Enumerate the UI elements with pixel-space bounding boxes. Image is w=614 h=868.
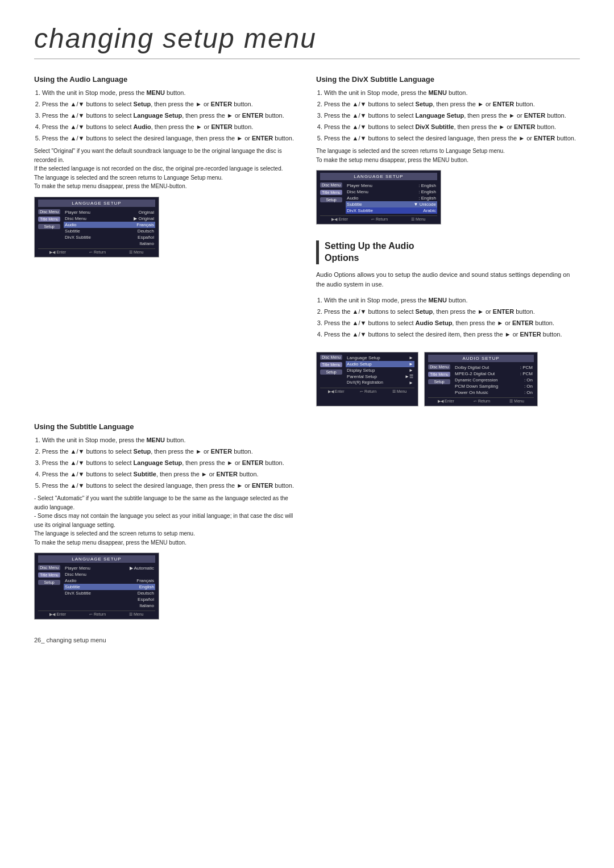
step-5: Press the ▲/▼ buttons to select the desi… <box>42 134 298 143</box>
ao-step-4: Press the ▲/▼ buttons to select the desi… <box>324 330 580 339</box>
right-col-placeholder <box>316 422 580 620</box>
audio-language-section: Using the Audio Language With the unit i… <box>34 75 298 406</box>
sub-step-3: Press the ▲/▼ buttons to select Language… <box>42 458 298 468</box>
subtitle-language-section: Using the Subtitle Language With the uni… <box>34 422 298 620</box>
subtitle-language-title: Using the Subtitle Language <box>34 422 298 431</box>
divx-subtitle-screen: LANGUAGE SETUP Disc Menu Title Menu Setu… <box>316 170 441 225</box>
subtitle-notes: - Select "Automatic" if you want the sub… <box>34 494 298 547</box>
sub-step-4: Press the ▲/▼ buttons to select Subtitle… <box>42 470 298 479</box>
divx-step-3: Press the ▲/▼ buttons to select Language… <box>324 111 580 121</box>
divx-step-4: Press the ▲/▼ buttons to select DivX Sub… <box>324 122 580 132</box>
page-footer: 26_ changing setup menu <box>34 637 580 643</box>
divx-step-5: Press the ▲/▼ buttons to select the desi… <box>324 134 580 143</box>
audio-language-title: Using the Audio Language <box>34 75 298 84</box>
audio-options-steps: With the unit in Stop mode, press the ME… <box>316 296 580 339</box>
divx-subtitle-title: Using the DivX Subtitle Language <box>316 75 580 84</box>
page-title: changing setup menu <box>34 23 580 59</box>
audio-language-notes: Select "Original" if you want the defaul… <box>34 147 298 191</box>
ao-step-1: With the unit in Stop mode, press the ME… <box>324 296 580 305</box>
divx-subtitle-steps: With the unit in Stop mode, press the ME… <box>316 88 580 143</box>
divx-step-1: With the unit in Stop mode, press the ME… <box>324 88 580 98</box>
audio-options-screen1: Disc Menu Title Menu Setup Language Setu… <box>316 352 418 406</box>
audio-options-title: Setting Up the AudioOptions <box>316 240 580 264</box>
step-1: With the unit in Stop mode, press the ME… <box>42 88 298 98</box>
subtitle-language-steps: With the unit in Stop mode, press the ME… <box>34 435 298 491</box>
audio-language-steps: With the unit in Stop mode, press the ME… <box>34 88 298 143</box>
ao-step-3: Press the ▲/▼ buttons to select Audio Se… <box>324 318 580 328</box>
audio-options-intro: Audio Options allows you to setup the au… <box>316 270 580 290</box>
sub-step-1: With the unit in Stop mode, press the ME… <box>42 435 298 445</box>
audio-options-screen2: AUDIO SETUP Disc Menu Title Menu Setup D… <box>424 352 538 406</box>
audio-language-screen: LANGUAGE SETUP Disc Menu Title Menu Setu… <box>34 197 159 258</box>
step-2: Press the ▲/▼ buttons to select Setup, t… <box>42 99 298 109</box>
sub-step-2: Press the ▲/▼ buttons to select Setup, t… <box>42 447 298 456</box>
subtitle-screen: LANGUAGE SETUP Disc Menu Title Menu Setu… <box>34 553 159 620</box>
step-3: Press the ▲/▼ buttons to select Language… <box>42 111 298 121</box>
divx-step-2: Press the ▲/▼ buttons to select Setup, t… <box>324 99 580 109</box>
sub-step-5: Press the ▲/▼ buttons to select the desi… <box>42 481 298 491</box>
audio-options-section: Setting Up the AudioOptions Audio Option… <box>316 240 580 406</box>
divx-subtitle-section: Using the DivX Subtitle Language With th… <box>316 75 580 406</box>
ao-step-2: Press the ▲/▼ buttons to select Setup, t… <box>324 307 580 317</box>
step-4: Press the ▲/▼ buttons to select Audio, t… <box>42 122 298 132</box>
divx-subtitle-notes: The language is selected and the screen … <box>316 147 580 164</box>
